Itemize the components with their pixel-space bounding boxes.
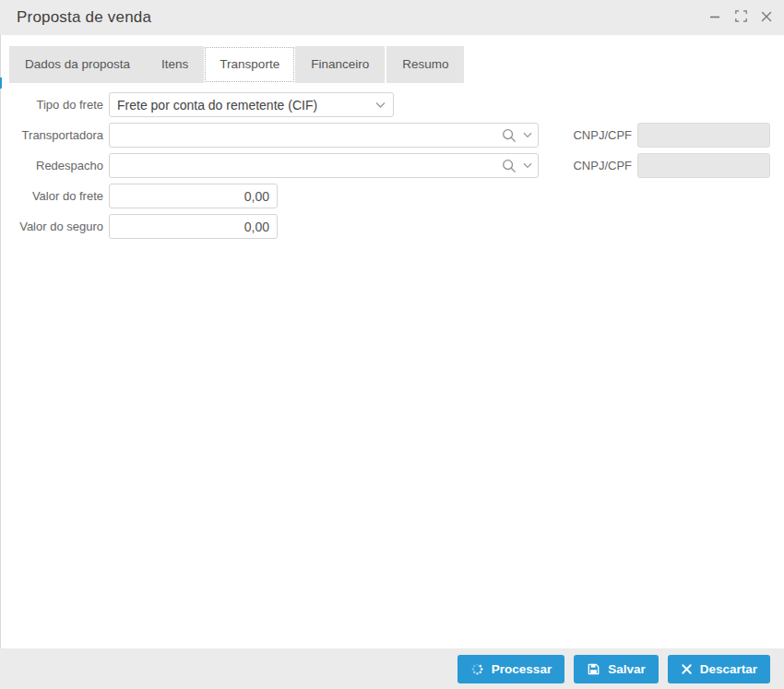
background-artifact bbox=[0, 77, 2, 89]
freight-value-label: Valor do frete bbox=[0, 184, 103, 208]
insurance-value-row: Valor do seguro bbox=[0, 214, 784, 239]
window-title: Proposta de venda bbox=[17, 8, 151, 27]
carrier-doc-input bbox=[637, 123, 770, 148]
maximize-button[interactable] bbox=[731, 7, 751, 28]
insurance-value-input[interactable] bbox=[109, 214, 278, 239]
tab-transporte[interactable]: Transporte bbox=[204, 46, 295, 83]
insurance-value-label: Valor do seguro bbox=[0, 214, 103, 239]
freight-value-input[interactable] bbox=[109, 184, 278, 208]
freight-type-select[interactable]: Frete por conta do remetente (CIF) bbox=[109, 92, 394, 117]
process-button-label: Processar bbox=[492, 662, 552, 676]
carrier-combo bbox=[109, 123, 539, 148]
redispatch-label: Redespacho bbox=[0, 153, 103, 178]
maximize-icon bbox=[735, 9, 747, 26]
freight-type-label: Tipo do frete bbox=[0, 92, 103, 117]
tab-dados-da-proposta[interactable]: Dados da proposta bbox=[9, 46, 146, 83]
redispatch-doc-input bbox=[637, 153, 770, 178]
chevron-down-icon bbox=[375, 101, 386, 109]
discard-button-label: Descartar bbox=[700, 662, 757, 676]
carrier-doc-label: CNPJ/CPF bbox=[498, 123, 632, 148]
carrier-input[interactable] bbox=[117, 124, 498, 147]
carrier-label: Transportadora bbox=[0, 123, 103, 148]
redispatch-doc-label: CNPJ/CPF bbox=[498, 153, 632, 178]
tab-itens[interactable]: Itens bbox=[146, 46, 204, 83]
titlebar: Proposta de venda bbox=[0, 0, 784, 35]
close-button[interactable] bbox=[756, 7, 777, 28]
minimize-button[interactable] bbox=[705, 7, 725, 28]
save-button-label: Salvar bbox=[608, 662, 646, 676]
window-controls bbox=[705, 0, 777, 35]
freight-type-row: Tipo do frete Frete por conta do remeten… bbox=[0, 92, 784, 117]
discard-button[interactable]: Descartar bbox=[668, 655, 770, 683]
carrier-row: Transportadora CNPJ/CPF bbox=[0, 123, 784, 148]
spinner-icon bbox=[470, 662, 484, 676]
minimize-icon bbox=[709, 9, 720, 26]
redispatch-input[interactable] bbox=[117, 154, 498, 177]
redispatch-row: Redespacho CNPJ/CPF bbox=[0, 153, 784, 178]
transport-form: Tipo do frete Frete por conta do remeten… bbox=[0, 92, 784, 244]
save-icon bbox=[587, 662, 600, 676]
x-icon bbox=[681, 663, 693, 675]
save-button[interactable]: Salvar bbox=[574, 655, 659, 683]
redispatch-combo bbox=[109, 153, 539, 178]
freight-type-value: Frete por conta do remetente (CIF) bbox=[117, 98, 375, 113]
tab-financeiro[interactable]: Financeiro bbox=[295, 46, 385, 83]
close-icon bbox=[761, 9, 772, 26]
freight-value-row: Valor do frete bbox=[0, 184, 784, 208]
tab-resumo[interactable]: Resumo bbox=[386, 46, 464, 83]
footer-bar: Processar Salvar Descartar bbox=[0, 648, 784, 689]
tab-bar: Dados da proposta Itens Transporte Finan… bbox=[9, 46, 464, 83]
process-button[interactable]: Processar bbox=[457, 655, 564, 683]
